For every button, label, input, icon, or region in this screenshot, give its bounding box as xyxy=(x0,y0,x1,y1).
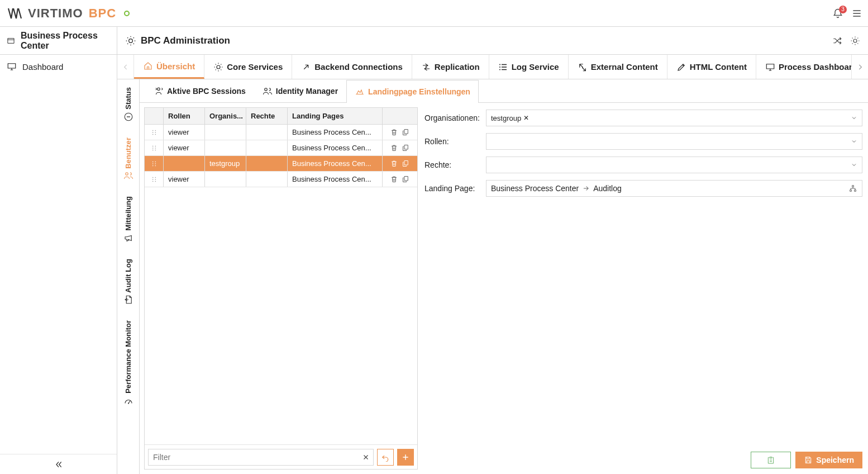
vrail-label: Benutzer xyxy=(124,138,132,169)
remove-tag-button[interactable]: ✕ xyxy=(523,114,529,122)
field-landingpage[interactable]: Business Process Center Auditlog xyxy=(486,180,862,197)
tabstrip-scroll-left[interactable] xyxy=(117,55,134,79)
org-tag: testgroup ✕ xyxy=(491,114,529,122)
notifications-button[interactable]: 3 xyxy=(832,8,843,19)
settings-button[interactable] xyxy=(850,36,860,46)
left-sidebar: Business Process Center Dashboard xyxy=(0,27,117,474)
col-actions xyxy=(383,108,417,124)
table-body: viewerBusiness Process Cen...viewerBusin… xyxy=(145,125,417,444)
drag-handle-icon[interactable] xyxy=(150,176,158,183)
col-organisation[interactable]: Organis... xyxy=(205,108,246,124)
field-rechte[interactable] xyxy=(486,157,862,173)
subtab-landing[interactable]: Landingpage Einstellungen xyxy=(346,80,479,103)
clipboard-button[interactable] xyxy=(751,452,791,468)
tab-label: Process Dashboard xyxy=(779,62,851,72)
cell-organisation xyxy=(205,172,246,187)
vrail-item-benutzer[interactable]: Benutzer xyxy=(123,135,133,183)
drag-handle-icon[interactable] xyxy=(150,144,158,152)
tab-processdash[interactable]: Process Dashboard xyxy=(756,55,851,79)
delete-row-icon[interactable] xyxy=(390,144,398,152)
duplicate-row-icon[interactable] xyxy=(402,128,410,136)
cell-landingpage: Business Process Cen... xyxy=(288,172,383,187)
subtab-sessions[interactable]: Aktive BPC Sessions xyxy=(145,79,254,102)
col-landingpages[interactable]: Landing Pages xyxy=(288,108,383,124)
subtab-label: Landingpage Einstellungen xyxy=(368,87,470,96)
filter-field[interactable] xyxy=(148,449,374,466)
tabstrip-scroll-right[interactable] xyxy=(851,55,868,79)
org-tag-label: testgroup xyxy=(491,114,521,122)
tab-backend[interactable]: Backend Connections xyxy=(292,55,412,79)
plus-icon xyxy=(401,453,410,462)
arrow-out-icon xyxy=(301,62,311,72)
top-bar: VIRTIMO BPC 3 xyxy=(0,0,868,27)
chevron-right-icon xyxy=(856,63,864,71)
add-button[interactable] xyxy=(397,449,414,466)
cell-rollen: viewer xyxy=(164,125,205,140)
users-group-icon xyxy=(154,86,164,96)
tab-replication[interactable]: Replication xyxy=(412,55,489,79)
tree-picker-icon[interactable] xyxy=(848,184,857,193)
vrail-item-perf[interactable]: Performance Monitor xyxy=(123,318,133,408)
table-row[interactable]: viewerBusiness Process Cen... xyxy=(145,125,417,140)
delete-row-icon[interactable] xyxy=(390,128,398,136)
tab-html[interactable]: HTML Content xyxy=(667,55,756,79)
landingpage-path-segment-1: Business Process Center xyxy=(491,184,579,193)
shuffle-button[interactable] xyxy=(832,36,842,46)
subtab-identity[interactable]: Identity Manager xyxy=(254,79,346,102)
cell-rollen: viewer xyxy=(164,172,205,187)
delete-row-icon[interactable] xyxy=(390,159,398,168)
landingpage-form-panel: Organisationen: testgroup ✕ xyxy=(423,107,864,470)
drag-handle-icon[interactable] xyxy=(150,160,158,168)
col-drag xyxy=(145,108,164,124)
tab-log[interactable]: Log Service xyxy=(489,55,569,79)
brand-logo-icon xyxy=(8,7,22,20)
chevron-down-icon[interactable] xyxy=(851,138,857,145)
notification-count-badge: 3 xyxy=(839,6,847,13)
cell-landingpage: Business Process Cen... xyxy=(288,140,383,155)
list-icon xyxy=(498,62,508,72)
tab-label: HTML Content xyxy=(690,62,747,72)
save-button[interactable]: Speichern xyxy=(795,452,862,468)
cell-landingpage: Business Process Cen... xyxy=(288,125,383,140)
save-icon xyxy=(804,456,813,464)
tab-label: Core Services xyxy=(227,62,283,72)
tab-external[interactable]: External Content xyxy=(569,55,667,79)
drag-handle-icon[interactable] xyxy=(150,129,158,136)
module-tabstrip: ÜbersichtCore ServicesBackend Connection… xyxy=(117,55,868,79)
vrail-item-audit[interactable]: Audit Log xyxy=(123,257,133,307)
cell-rechte xyxy=(246,125,288,140)
vrail-item-mitteilung[interactable]: Mitteilung xyxy=(123,194,133,245)
landingpage-table-panel: Rollen Organis... Rechte Landing Pages v… xyxy=(144,107,418,470)
subtab-strip: Aktive BPC SessionsIdentity ManagerLandi… xyxy=(140,79,868,103)
duplicate-row-icon[interactable] xyxy=(402,175,410,183)
users-icon xyxy=(123,170,133,181)
col-rechte[interactable]: Rechte xyxy=(246,108,288,124)
page-title: BPC Administration xyxy=(141,35,230,46)
chevron-down-icon[interactable] xyxy=(851,115,857,121)
duplicate-row-icon[interactable] xyxy=(402,159,410,168)
sidebar-collapse-button[interactable] xyxy=(0,454,117,474)
field-organisationen[interactable]: testgroup ✕ xyxy=(486,110,862,126)
reset-button[interactable] xyxy=(377,449,394,466)
sidebar-item-dashboard[interactable]: Dashboard xyxy=(0,55,117,78)
main-menu-button[interactable] xyxy=(851,8,862,19)
chevron-down-icon[interactable] xyxy=(851,162,857,168)
vrail-label: Status xyxy=(124,87,132,110)
vrail-item-status[interactable]: Status xyxy=(123,85,133,124)
col-rollen[interactable]: Rollen xyxy=(164,108,205,124)
table-row[interactable]: viewerBusiness Process Cen... xyxy=(145,140,417,156)
menu-icon xyxy=(851,8,862,19)
tab-uebersicht[interactable]: Übersicht xyxy=(134,55,204,79)
filter-input[interactable] xyxy=(152,452,362,462)
vertical-rail: StatusBenutzerMitteilungAudit LogPerform… xyxy=(117,79,140,474)
table-header: Rollen Organis... Rechte Landing Pages xyxy=(145,108,417,125)
megaphone-icon xyxy=(123,233,133,243)
tab-core[interactable]: Core Services xyxy=(204,55,292,79)
duplicate-row-icon[interactable] xyxy=(402,144,410,152)
field-rollen[interactable] xyxy=(486,133,862,150)
content-header: BPC Administration xyxy=(117,27,868,55)
clear-filter-icon[interactable] xyxy=(362,453,370,461)
table-row[interactable]: viewerBusiness Process Cen... xyxy=(145,172,417,187)
table-row[interactable]: testgroupBusiness Process Cen... xyxy=(145,156,417,172)
delete-row-icon[interactable] xyxy=(390,175,398,183)
